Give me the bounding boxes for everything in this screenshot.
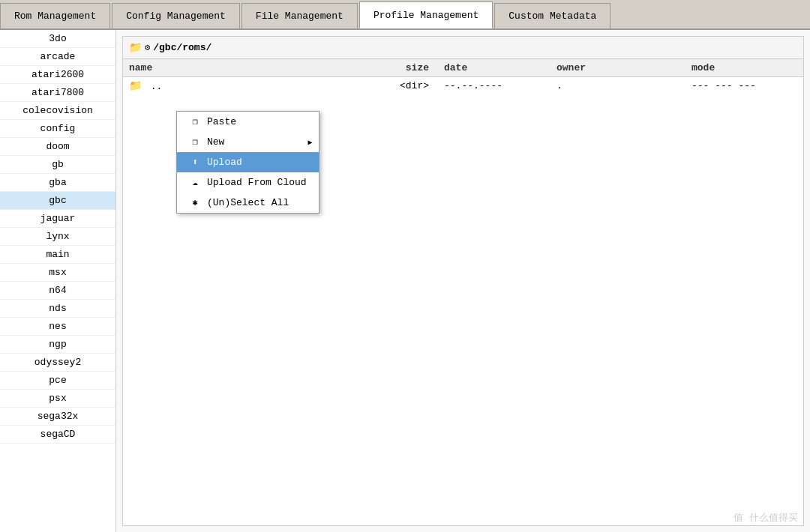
context-menu-item-paste[interactable]: ❐ Paste: [177, 112, 319, 132]
path-bar: 📁 ⚙ /gbc/roms/: [123, 37, 803, 59]
sidebar: 3do arcade atari2600 atari7800 colecovis…: [0, 30, 116, 532]
main-layout: 3do arcade atari2600 atari7800 colecovis…: [0, 30, 810, 532]
col-header-owner: owner: [542, 62, 676, 73]
sidebar-item-sega32x[interactable]: sega32x: [0, 408, 116, 426]
sidebar-item-doom[interactable]: doom: [0, 138, 116, 156]
folder-icon: 📁: [129, 41, 142, 54]
sidebar-item-gbc[interactable]: gbc: [0, 192, 116, 210]
file-date: --.--.----: [429, 80, 542, 91]
sidebar-item-lynx[interactable]: lynx: [0, 228, 116, 246]
tab-profile-management[interactable]: Profile Management: [359, 1, 493, 28]
path-text: /gbc/roms/: [153, 42, 212, 53]
context-menu: ❐ Paste ❐ New ▶ ⬆ Upload ☁ Upload From C…: [176, 111, 320, 214]
sidebar-item-3do[interactable]: 3do: [0, 30, 116, 48]
sidebar-item-nes[interactable]: nes: [0, 318, 116, 336]
sidebar-item-main[interactable]: main: [0, 246, 116, 264]
sidebar-item-atari7800[interactable]: atari7800: [0, 84, 116, 102]
tab-rom-management[interactable]: Rom Management: [0, 3, 110, 28]
table-row[interactable]: 📁 .. <dir> --.--.---- . --- --- ---: [123, 77, 803, 94]
folder-icon: 📁: [129, 80, 142, 92]
file-owner: .: [542, 80, 676, 91]
settings-icon: ⚙: [145, 42, 150, 53]
tab-custom-metadata[interactable]: Custom Metadata: [494, 3, 610, 28]
file-table-header: name size date owner mode: [123, 59, 803, 77]
sidebar-item-pce[interactable]: pce: [0, 372, 116, 390]
file-mode: --- --- ---: [676, 80, 797, 91]
context-menu-item-upload[interactable]: ⬆ Upload: [177, 152, 319, 172]
sidebar-item-colecovision[interactable]: colecovision: [0, 102, 116, 120]
col-header-date: date: [429, 62, 542, 73]
file-panel: 📁 ⚙ /gbc/roms/ name size date owner: [122, 36, 804, 526]
context-menu-item-new[interactable]: ❐ New ▶: [177, 132, 319, 152]
col-header-size: size: [354, 62, 429, 73]
content-area: 📁 ⚙ /gbc/roms/ name size date owner: [116, 30, 810, 532]
sidebar-item-jaguar[interactable]: jaguar: [0, 210, 116, 228]
upload-icon: ⬆: [189, 157, 201, 168]
sidebar-item-odyssey2[interactable]: odyssey2: [0, 354, 116, 372]
context-menu-item-upload-from-cloud[interactable]: ☁ Upload From Cloud: [177, 172, 319, 193]
file-name: 📁 ..: [129, 79, 354, 92]
col-header-mode: mode: [676, 62, 797, 73]
tab-file-management[interactable]: File Management: [242, 3, 358, 28]
watermark: 值 什么值得买: [734, 511, 798, 525]
sidebar-item-n64[interactable]: n64: [0, 282, 116, 300]
sidebar-item-gba[interactable]: gba: [0, 174, 116, 192]
sidebar-item-nds[interactable]: nds: [0, 300, 116, 318]
select-all-icon: ✱: [189, 197, 201, 208]
tab-bar: Rom Management Config Management File Ma…: [0, 0, 810, 30]
cloud-upload-icon: ☁: [189, 177, 201, 188]
file-size: <dir>: [354, 80, 429, 91]
sidebar-item-segacd[interactable]: segaCD: [0, 426, 116, 444]
sidebar-item-atari2600[interactable]: atari2600: [0, 66, 116, 84]
sidebar-item-psx[interactable]: psx: [0, 390, 116, 408]
sidebar-item-msx[interactable]: msx: [0, 264, 116, 282]
tab-config-management[interactable]: Config Management: [112, 3, 240, 28]
new-icon: ❐: [189, 136, 201, 148]
sidebar-item-ngp[interactable]: ngp: [0, 336, 116, 354]
sidebar-item-gb[interactable]: gb: [0, 156, 116, 174]
context-menu-item-unselect-all[interactable]: ✱ (Un)Select All: [177, 193, 319, 213]
col-header-name: name: [129, 62, 354, 73]
sidebar-item-config[interactable]: config: [0, 120, 116, 138]
paste-icon: ❐: [189, 116, 201, 127]
sidebar-item-arcade[interactable]: arcade: [0, 48, 116, 66]
submenu-arrow-icon: ▶: [308, 138, 313, 147]
